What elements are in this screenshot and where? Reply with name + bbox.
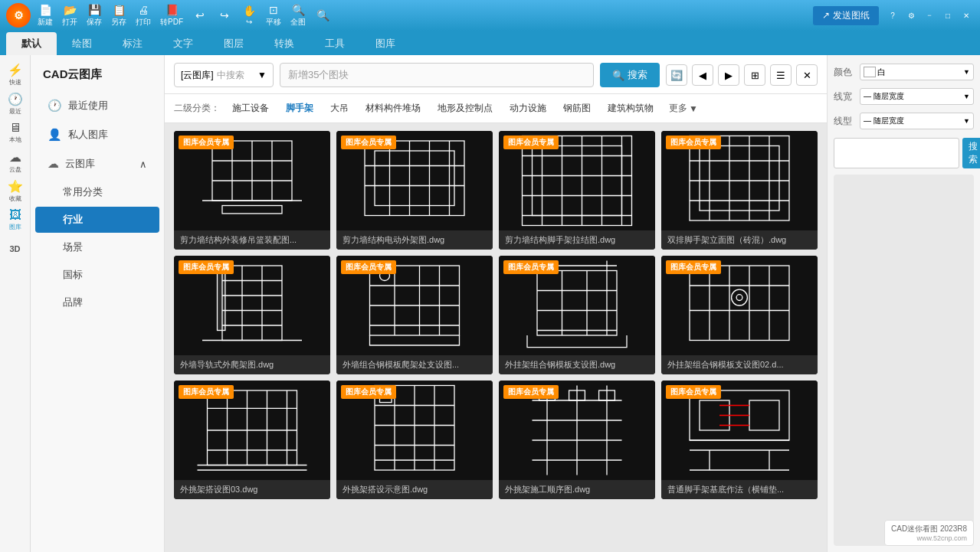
nav-sub-brand[interactable]: 品牌 — [35, 289, 159, 315]
sidebar-btn-3d[interactable]: 3D — [2, 236, 28, 262]
cat-materials[interactable]: 材料构件堆场 — [358, 99, 428, 118]
svg-rect-53 — [537, 271, 617, 336]
maximize-button[interactable]: □ — [940, 8, 955, 23]
nav-sub-national[interactable]: 国标 — [35, 262, 159, 288]
grid-item-10[interactable]: 图库会员专属 外挑架施工顺序图.dwg — [499, 381, 655, 499]
right-search-input[interactable] — [834, 138, 959, 168]
tab-default[interactable]: 默认 — [6, 32, 57, 55]
tab-annotation[interactable]: 标注 — [107, 32, 158, 55]
cat-scaffold[interactable]: 脚手架 — [278, 99, 321, 118]
close-button[interactable]: ✕ — [959, 8, 974, 23]
color-dropdown-icon: ▼ — [963, 68, 970, 76]
grid-item-8[interactable]: 图库会员专属 外挑架搭设图03.dwg — [174, 381, 330, 499]
topdf-button[interactable]: 📕 转PDF — [156, 2, 187, 29]
list-view-button[interactable]: ☰ — [770, 64, 792, 86]
more-categories-button[interactable]: 更多 ▼ — [663, 99, 704, 118]
cloud-nav-icon: ☁ — [48, 157, 59, 171]
color-row: 颜色 白 ▼ — [834, 61, 974, 83]
undo-button[interactable]: ↩ — [188, 8, 211, 24]
grid-item-6[interactable]: 图库会员专属 外挂架组合钢模板支设图.dwg — [499, 256, 655, 374]
save-button[interactable]: 💾 保存 — [83, 2, 106, 29]
left-nav: CAD云图库 🕐 最近使用 👤 私人图库 ☁ 云图库 ∧ 常用分类 行业 场景 … — [31, 55, 165, 552]
grid-item-9[interactable]: 图库会员专属 外挑架搭设示意图.dwg — [336, 381, 493, 499]
color-swatch — [864, 67, 876, 77]
zoomin-button[interactable]: 🔍 全图 — [287, 2, 310, 29]
grid-item-3[interactable]: 图库会员专属 双排脚手架立面图（砖混）.dwg — [661, 131, 818, 250]
sidebar-btn-recent2[interactable]: 🕐 最近 — [2, 90, 28, 116]
grid-item-7[interactable]: 图库会员专属 外挂架组合钢模板支设图02.d... — [661, 256, 818, 374]
sidebar-btn-local[interactable]: 🖥 本地 — [2, 119, 28, 145]
right-search-button[interactable]: 搜索 — [962, 138, 980, 168]
member-badge-2: 图库会员专属 — [503, 136, 559, 149]
nav-sub-common[interactable]: 常用分类 — [35, 179, 159, 205]
library-header: [云图库] 中搜索 ▼ 新增35个图块 🔍 搜索 🔄 ◀ ▶ — [165, 55, 827, 94]
grid-item-11[interactable]: 图库会员专属 普通脚手架基底作法（横铺垫... — [661, 381, 818, 499]
help-button[interactable]: ? — [885, 8, 900, 23]
sync-button[interactable]: 🔄 — [666, 64, 687, 86]
tab-text[interactable]: 文字 — [158, 32, 208, 55]
sidebar-btn-fav[interactable]: ⭐ 收藏 — [2, 178, 28, 204]
member-badge-7: 图库会员专属 — [666, 260, 721, 274]
cat-crane[interactable]: 大吊 — [323, 99, 356, 118]
search-button[interactable]: 🔍 搜索 — [600, 63, 660, 87]
search-box: 新增35个图块 — [280, 63, 594, 87]
cat-building[interactable]: 建筑构筑物 — [600, 99, 661, 118]
next-button[interactable]: ▶ — [718, 64, 739, 86]
chevron-icon: ∧ — [139, 158, 147, 170]
tab-library[interactable]: 图库 — [360, 32, 411, 55]
nav-cloud[interactable]: ☁ 云图库 ∧ — [35, 150, 159, 178]
svg-rect-103 — [749, 400, 779, 430]
linewidth-select[interactable]: — 随层宽度 ▼ — [860, 88, 974, 105]
cat-terrain[interactable]: 地形及控制点 — [430, 99, 500, 118]
local-icon: 🖥 — [9, 121, 21, 135]
dropdown-icon: ▼ — [257, 70, 267, 80]
pan-button[interactable]: ✋ ↪ — [238, 3, 261, 28]
svg-rect-44 — [218, 271, 225, 331]
item-grid: 图库会员专属 剪力墙结构外装修吊篮装配图... — [174, 131, 818, 499]
prev-button[interactable]: ◀ — [692, 64, 713, 86]
close-panel-button[interactable]: ✕ — [796, 64, 818, 86]
send-drawing-button[interactable]: ↗ 发送图纸 — [813, 6, 879, 25]
toolbar: 📄 新建 📂 打开 💾 保存 📋 另存 🖨 打印 📕 转PDF ↩ ↪ — [34, 2, 810, 29]
open-button[interactable]: 📂 打开 — [58, 2, 81, 29]
fit-button[interactable]: ⊡ 平移 — [262, 2, 285, 29]
saveas-button[interactable]: 📋 另存 — [107, 2, 130, 29]
cat-construction[interactable]: 施工设备 — [225, 99, 277, 118]
grid-item-0[interactable]: 图库会员专属 剪力墙结构外装修吊篮装配图... — [174, 131, 330, 250]
sidebar-btn-library[interactable]: 🖼 图库 — [2, 207, 28, 233]
nav-sub-industry[interactable]: 行业 — [35, 207, 159, 233]
nav-sub-scene[interactable]: 场景 — [35, 234, 159, 260]
library-icon: 🖼 — [9, 208, 21, 222]
color-select[interactable]: 白 ▼ — [860, 64, 974, 80]
new-button[interactable]: 📄 新建 — [34, 2, 57, 29]
sidebar-btn-cloud[interactable]: ☁ 云盘 — [2, 149, 28, 175]
tab-layer[interactable]: 图层 — [208, 32, 259, 55]
header-icons: 🔄 ◀ ▶ ⊞ ☰ ✕ — [666, 64, 818, 86]
redo-button[interactable]: ↪ — [213, 8, 236, 24]
zoomout-button[interactable]: 🔍 — [311, 8, 334, 24]
item-label-6: 外挂架组合钢模板支设图.dwg — [499, 355, 655, 374]
nav-title: CAD云图库 — [31, 61, 164, 91]
nav-recent[interactable]: 🕐 最近使用 — [35, 92, 159, 119]
cat-rebar[interactable]: 钢筋图 — [556, 99, 598, 118]
grid-item-5[interactable]: 图库会员专属 外墙组合钢模板爬架处支设图... — [336, 256, 493, 374]
grid-view-button[interactable]: ⊞ — [744, 64, 765, 86]
sidebar-btn-recent[interactable]: ⚡ 快速 — [2, 61, 28, 87]
grid-item-1[interactable]: 图库会员专属 剪力墙结构电动外架图.dwg — [336, 131, 493, 250]
linetype-row: 线型 — 随层宽度 ▼ — [834, 110, 974, 132]
grid-item-4[interactable]: 图库会员专属 外墙导轨式外爬架图.dwg — [174, 256, 330, 374]
minimize-button[interactable]: － — [922, 8, 937, 23]
print-button[interactable]: 🖨 打印 — [132, 2, 155, 29]
tab-convert[interactable]: 转换 — [259, 32, 310, 55]
linetype-select[interactable]: — 随层宽度 ▼ — [860, 113, 974, 129]
recent-nav-icon: 🕐 — [48, 99, 62, 113]
grid-item-2[interactable]: 图库会员专属 剪力墙结构脚手架拉结图.dwg — [499, 131, 655, 250]
cat-power[interactable]: 动力设施 — [502, 99, 554, 118]
settings-button[interactable]: ⚙ — [903, 8, 919, 23]
tab-drawing[interactable]: 绘图 — [57, 32, 107, 55]
recent-icon: 🕐 — [8, 92, 23, 106]
member-badge-6: 图库会员专属 — [503, 260, 559, 274]
nav-private[interactable]: 👤 私人图库 — [35, 121, 159, 149]
tab-tools[interactable]: 工具 — [310, 32, 360, 55]
filter-dropdown[interactable]: [云图库] 中搜索 ▼ — [174, 63, 274, 87]
